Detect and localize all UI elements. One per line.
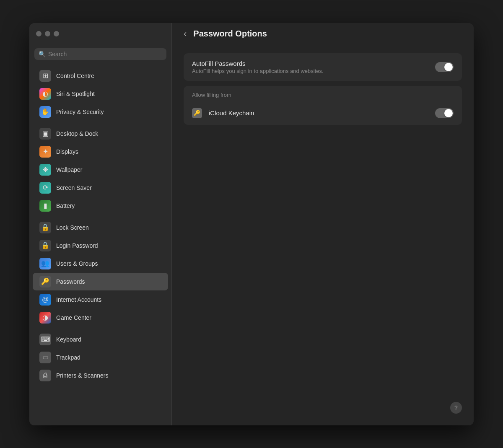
sidebar-item-desktop-dock[interactable]: ▣Desktop & Dock — [33, 125, 168, 142]
internet-accounts-icon: @ — [39, 294, 51, 306]
autofill-toggle-knob — [444, 63, 453, 71]
traffic-light-maximize[interactable] — [54, 31, 59, 36]
internet-accounts-label: Internet Accounts — [56, 296, 101, 303]
help-button[interactable]: ? — [450, 402, 462, 414]
passwords-label: Passwords — [56, 278, 85, 285]
login-password-label: Login Password — [56, 242, 98, 249]
game-center-label: Game Center — [56, 314, 91, 321]
displays-label: Displays — [56, 148, 78, 155]
search-input[interactable] — [48, 51, 162, 57]
control-centre-icon: ⊞ — [39, 70, 51, 82]
search-icon: 🔍 — [39, 51, 46, 57]
sidebar-item-game-center[interactable]: ◑Game Center — [33, 309, 168, 326]
sidebar-item-siri-spotlight[interactable]: ◐Siri & Spotlight — [33, 85, 168, 103]
sidebar-item-login-password[interactable]: 🔒Login Password — [33, 237, 168, 254]
traffic-light-minimize[interactable] — [45, 31, 50, 36]
users-groups-label: Users & Groups — [56, 260, 98, 267]
autofill-toggle[interactable] — [435, 62, 454, 72]
trackpad-icon: ▭ — [39, 352, 51, 363]
privacy-security-icon: ✋ — [39, 106, 51, 118]
login-password-icon: 🔒 — [39, 240, 51, 251]
privacy-security-label: Privacy & Security — [56, 109, 104, 115]
battery-label: Battery — [56, 202, 75, 209]
allow-filling-card: Allow filling from 🔑 iCloud Keychain — [184, 86, 462, 125]
screen-saver-icon: ⟳ — [39, 182, 51, 194]
sidebar-item-internet-accounts[interactable]: @Internet Accounts — [33, 291, 168, 308]
icloud-keychain-text: iCloud Keychain — [209, 109, 428, 117]
sidebar-item-privacy-security[interactable]: ✋Privacy & Security — [33, 103, 168, 121]
screen-saver-label: Screen Saver — [56, 184, 92, 191]
titlebar — [29, 23, 171, 45]
sidebar-item-trackpad[interactable]: ▭Trackpad — [33, 349, 168, 366]
displays-icon: ✦ — [39, 146, 51, 158]
lock-screen-icon: 🔒 — [39, 222, 51, 233]
sidebar-item-printers-scanners[interactable]: ⎙Printers & Scanners — [33, 367, 168, 384]
sidebar-list: ⊞Control Centre◐Siri & Spotlight✋Privacy… — [29, 65, 171, 425]
wallpaper-label: Wallpaper — [56, 166, 83, 173]
content-header: ‹ Password Options — [172, 23, 474, 45]
sidebar-item-users-groups[interactable]: 👥Users & Groups — [33, 255, 168, 272]
icloud-keychain-row: 🔑 iCloud Keychain — [184, 101, 462, 125]
autofill-title: AutoFill Passwords — [192, 60, 428, 67]
keyboard-icon: ⌨ — [39, 334, 51, 345]
battery-icon: ▮ — [39, 200, 51, 212]
content-body: AutoFill Passwords AutoFill helps you si… — [172, 45, 474, 138]
control-centre-label: Control Centre — [56, 73, 94, 79]
game-center-icon: ◑ — [39, 312, 51, 324]
sidebar-item-control-centre[interactable]: ⊞Control Centre — [33, 67, 168, 85]
icloud-keychain-title: iCloud Keychain — [209, 109, 428, 117]
content-wrapper: AutoFill Passwords AutoFill helps you si… — [172, 45, 474, 425]
autofill-subtitle: AutoFill helps you sign in to applicatio… — [192, 68, 428, 74]
desktop-dock-icon: ▣ — [39, 128, 51, 140]
page-title: Password Options — [193, 29, 267, 39]
icloud-keychain-toggle[interactable] — [435, 108, 454, 118]
sidebar: 🔍 ⊞Control Centre◐Siri & Spotlight✋Priva… — [29, 23, 172, 425]
wallpaper-icon: ❋ — [39, 164, 51, 176]
back-button[interactable]: ‹ — [182, 27, 188, 41]
sidebar-item-passwords[interactable]: 🔑Passwords — [33, 273, 168, 290]
passwords-icon: 🔑 — [39, 276, 51, 287]
siri-spotlight-label: Siri & Spotlight — [56, 91, 95, 97]
autofill-text: AutoFill Passwords AutoFill helps you si… — [192, 60, 428, 74]
traffic-light-close[interactable] — [36, 31, 41, 36]
lock-screen-label: Lock Screen — [56, 224, 89, 231]
autofill-card: AutoFill Passwords AutoFill helps you si… — [184, 53, 462, 81]
sidebar-item-displays[interactable]: ✦Displays — [33, 143, 168, 161]
main-window: 🔍 ⊞Control Centre◐Siri & Spotlight✋Priva… — [29, 23, 474, 425]
sidebar-item-wallpaper[interactable]: ❋Wallpaper — [33, 161, 168, 179]
sidebar-item-lock-screen[interactable]: 🔒Lock Screen — [33, 219, 168, 236]
allow-filling-label: Allow filling from — [184, 86, 462, 101]
desktop-dock-label: Desktop & Dock — [56, 130, 98, 137]
icloud-keychain-toggle-knob — [444, 109, 453, 117]
printers-scanners-icon: ⎙ — [39, 370, 51, 381]
siri-spotlight-icon: ◐ — [39, 88, 51, 100]
main-content: ‹ Password Options AutoFill Passwords Au… — [172, 23, 474, 425]
users-groups-icon: 👥 — [39, 258, 51, 269]
sidebar-item-screen-saver[interactable]: ⟳Screen Saver — [33, 179, 168, 197]
sidebar-item-keyboard[interactable]: ⌨Keyboard — [33, 331, 168, 348]
keyboard-label: Keyboard — [56, 336, 81, 343]
autofill-row: AutoFill Passwords AutoFill helps you si… — [184, 53, 462, 81]
search-bar: 🔍 — [34, 48, 166, 60]
icloud-keychain-icon: 🔑 — [192, 108, 202, 118]
sidebar-item-battery[interactable]: ▮Battery — [33, 197, 168, 215]
printers-scanners-label: Printers & Scanners — [56, 372, 109, 379]
trackpad-label: Trackpad — [56, 354, 80, 361]
